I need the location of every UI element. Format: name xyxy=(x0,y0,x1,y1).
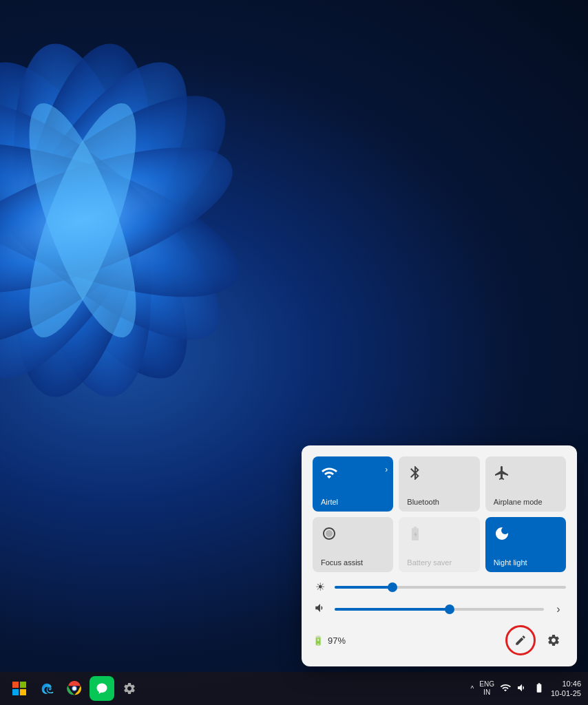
focus-icon xyxy=(321,525,337,546)
taskbar-system-tray: ^ ENG IN 10:46 10-01-25 xyxy=(471,679,581,699)
brightness-icon: ☀ xyxy=(313,580,328,593)
battery-icon: 🔋 xyxy=(313,635,324,646)
battery-pct: 97% xyxy=(328,635,346,646)
tray-chevron[interactable]: ^ xyxy=(471,685,474,693)
bluetooth-label: Bluetooth xyxy=(407,498,439,506)
volume-arrow[interactable]: › xyxy=(551,603,566,615)
taskbar-battery-icon[interactable] xyxy=(533,682,545,695)
wifi-label: Airtel xyxy=(321,498,338,506)
svg-rect-11 xyxy=(20,682,26,688)
edge-button[interactable] xyxy=(34,676,59,701)
svg-point-15 xyxy=(72,686,76,691)
line-button[interactable] xyxy=(90,676,114,701)
brightness-slider[interactable] xyxy=(335,586,566,589)
taskbar-clock[interactable]: 10:46 10-01-25 xyxy=(551,679,581,699)
night-light-tile[interactable]: Night light xyxy=(485,517,566,572)
battery-saver-label: Battery saver xyxy=(407,558,452,567)
volume-icon xyxy=(313,602,328,617)
volume-thumb[interactable] xyxy=(445,604,454,614)
taskbar-apps xyxy=(7,676,142,701)
battery-saver-tile[interactable]: Battery saver xyxy=(399,517,479,572)
svg-rect-13 xyxy=(20,689,26,695)
svg-rect-12 xyxy=(12,689,19,695)
battery-info: 🔋 97% xyxy=(313,635,346,646)
bluetooth-tile[interactable]: Bluetooth xyxy=(399,456,479,512)
brightness-slider-row: ☀ xyxy=(313,580,566,593)
bottom-action-icons xyxy=(505,625,566,655)
quick-settings-bottom: 🔋 97% xyxy=(313,625,566,655)
night-light-label: Night light xyxy=(494,558,527,567)
taskbar-wifi-icon[interactable] xyxy=(500,682,511,695)
taskbar: ^ ENG IN 10:46 10-01-25 xyxy=(0,672,588,705)
wallpaper-bloom xyxy=(0,0,303,468)
battery-saver-icon xyxy=(407,525,423,546)
start-button[interactable] xyxy=(7,676,32,701)
taskbar-volume-icon[interactable] xyxy=(516,682,527,695)
wifi-icon xyxy=(321,465,337,485)
focus-tile[interactable]: Focus assist xyxy=(313,517,393,572)
chrome-button[interactable] xyxy=(62,676,87,701)
wifi-arrow: › xyxy=(385,465,388,474)
airplane-tile[interactable]: Airplane mode xyxy=(485,456,566,512)
quick-settings-grid: › Airtel Bluetooth Airplane mode xyxy=(313,456,566,572)
svg-rect-10 xyxy=(12,682,19,688)
focus-label: Focus assist xyxy=(321,558,363,567)
airplane-icon xyxy=(494,465,510,485)
quick-settings-panel: › Airtel Bluetooth Airplane mode xyxy=(302,445,577,666)
bluetooth-icon xyxy=(407,465,423,485)
edit-button[interactable] xyxy=(505,625,536,655)
language-indicator[interactable]: ENG IN xyxy=(479,680,494,697)
settings-taskbar-button[interactable] xyxy=(117,676,142,701)
volume-slider-row: › xyxy=(313,602,566,617)
night-light-icon xyxy=(494,525,510,546)
settings-button[interactable] xyxy=(541,628,566,653)
airplane-label: Airplane mode xyxy=(494,498,543,506)
brightness-thumb[interactable] xyxy=(388,582,397,592)
wifi-tile[interactable]: › Airtel xyxy=(313,456,393,512)
volume-slider[interactable] xyxy=(335,608,544,611)
